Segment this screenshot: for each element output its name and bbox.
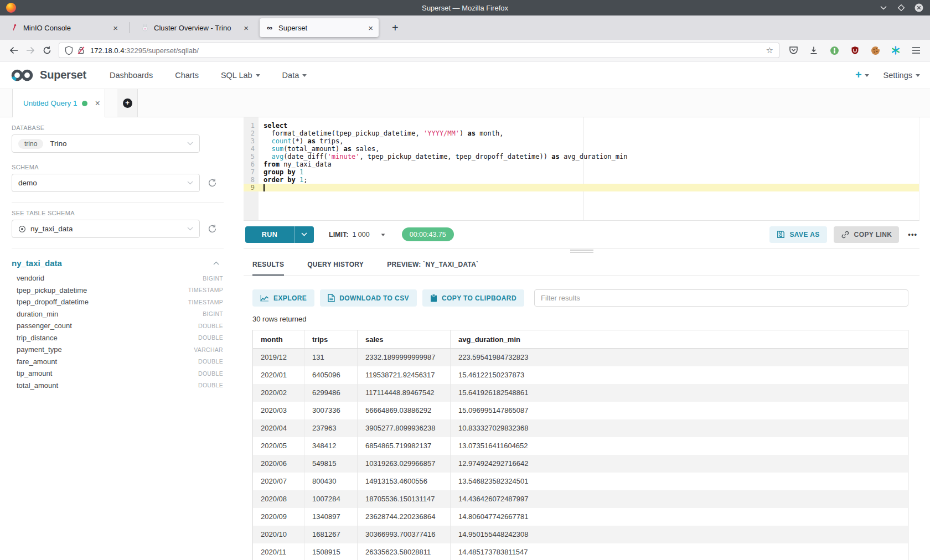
results-pane: RESULTS QUERY HISTORY PREVIEW: `NY_TAXI_…: [244, 254, 919, 560]
sql-editor[interactable]: 123456789 select format_datetime(tpep_pi…: [244, 117, 919, 221]
pane-resize-handle[interactable]: [244, 248, 919, 254]
table-select[interactable]: ny_taxi_data: [12, 220, 200, 238]
table-cell: 549815: [304, 455, 358, 473]
close-button[interactable]: [914, 3, 923, 12]
browser-toolbar: 172.18.0.4:32295/superset/sqllab/ ☆: [0, 40, 930, 61]
nav-data[interactable]: Data: [282, 71, 307, 80]
table-cell: 6854865.719982137: [358, 437, 451, 455]
eye-icon: [18, 225, 26, 233]
drag-handle-icon[interactable]: [570, 250, 593, 253]
superset-logo[interactable]: Superset: [10, 68, 86, 82]
table-columns-list: vendoridBIGINTtpep_pickup_datetimeTIMEST…: [12, 272, 224, 391]
query-tab[interactable]: Untitled Query 1 ×: [12, 89, 105, 117]
chevron-down-icon: [381, 234, 385, 236]
table-row: 2020/10168126730366993.70037741614.95015…: [253, 526, 908, 543]
add-new-button[interactable]: +: [855, 69, 869, 81]
schema-select[interactable]: demo: [12, 174, 200, 192]
ublock-extension-icon[interactable]: [846, 43, 863, 58]
copy-clipboard-button[interactable]: COPY TO CLIPBOARD: [422, 289, 524, 307]
column-header[interactable]: sales: [358, 330, 451, 349]
refresh-tables-icon[interactable]: [208, 224, 217, 234]
tab-close-icon[interactable]: ×: [368, 24, 373, 32]
gutter-line-number: 3: [244, 137, 255, 145]
tracking-shield-icon[interactable]: [65, 46, 73, 55]
browser-tab-trino[interactable]: Cluster Overview - Trino ×: [135, 18, 254, 37]
tab-query-history[interactable]: QUERY HISTORY: [307, 261, 364, 276]
nav-charts[interactable]: Charts: [175, 71, 199, 80]
text-cursor: [264, 184, 265, 191]
table-row: 2020/08100728418705536.15013114714.43642…: [253, 490, 908, 508]
table-cell: 2019/12: [253, 349, 304, 366]
browser-tab-superset[interactable]: ∞ Superset ×: [260, 18, 379, 37]
line-chart-icon: [260, 294, 269, 302]
tab-preview[interactable]: PREVIEW: `NY_TAXI_DATA`: [387, 261, 478, 276]
chevron-down-icon: [256, 74, 260, 77]
nav-dashboards[interactable]: Dashboards: [110, 71, 153, 80]
reload-button[interactable]: [39, 43, 55, 58]
column-header[interactable]: trips: [304, 330, 358, 349]
editor-code[interactable]: select format_datetime(tpep_pickup_datet…: [259, 117, 919, 220]
url-bar[interactable]: 172.18.0.4:32295/superset/sqllab/ ☆: [59, 43, 779, 58]
nav-sql-lab[interactable]: SQL Lab: [221, 71, 260, 80]
code-line: [259, 184, 919, 191]
cookie-extension-icon[interactable]: [867, 43, 884, 58]
add-query-tab[interactable]: +: [117, 89, 138, 117]
table-row: 2020/053484126854865.71998213713.0735164…: [253, 437, 908, 455]
table-cell: 15.096995147865087: [451, 402, 908, 419]
refresh-schemas-icon[interactable]: [208, 178, 217, 188]
save-as-button[interactable]: SAVE AS: [769, 226, 826, 243]
gutter-line-number: 9: [244, 184, 259, 191]
database-select[interactable]: trino Trino: [12, 134, 200, 153]
bookmark-star-icon[interactable]: ☆: [766, 45, 773, 55]
plus-circle-icon[interactable]: +: [123, 98, 132, 108]
explore-button[interactable]: EXPLORE: [252, 289, 314, 307]
column-header[interactable]: month: [253, 330, 304, 349]
tab-close-icon[interactable]: ×: [113, 24, 118, 32]
menu-hamburger-icon[interactable]: [908, 43, 924, 58]
tab-results[interactable]: RESULTS: [252, 261, 284, 276]
table-cell: 6405096: [304, 366, 358, 384]
more-options-button[interactable]: •••: [908, 230, 917, 238]
table-cell: 30366993.700377416: [358, 526, 451, 543]
new-tab-button[interactable]: +: [388, 22, 403, 34]
gutter-line-number: 5: [244, 153, 255, 160]
filter-results-input[interactable]: [534, 289, 908, 307]
results-tbody: 2019/121312332.1899999999987223.59541984…: [253, 349, 908, 560]
forward-button[interactable]: [22, 43, 39, 58]
table-column-row: payment_typeVARCHAR: [17, 344, 224, 356]
chevron-down-icon: [916, 74, 920, 77]
table-cell: 2020/10: [253, 526, 304, 543]
run-options-caret[interactable]: [294, 226, 314, 243]
extension-asterisk-icon[interactable]: [887, 43, 904, 58]
limit-control[interactable]: LIMIT: 1 000: [329, 231, 385, 238]
settings-menu[interactable]: Settings: [884, 71, 920, 80]
column-header[interactable]: avg_duration_min: [451, 330, 908, 349]
results-table: monthtripssalesavg_duration_min 2019/121…: [252, 330, 908, 560]
minimize-button[interactable]: [879, 3, 888, 12]
table-row: 2020/03300733656664869.0388629215.096995…: [253, 402, 908, 419]
download-csv-button[interactable]: DOWNLOAD TO CSV: [320, 289, 417, 307]
query-tab-close-icon[interactable]: ×: [95, 99, 100, 108]
pocket-icon[interactable]: [785, 43, 802, 58]
superset-infinity-icon: [10, 68, 35, 82]
run-button[interactable]: RUN: [245, 226, 294, 243]
superset-favicon-icon: ∞: [265, 23, 274, 32]
back-button[interactable]: [6, 43, 22, 58]
privacy-extension-icon[interactable]: [826, 43, 843, 58]
superset-navbar: Superset Dashboards Charts SQL Lab Data …: [0, 61, 930, 89]
insecure-lock-icon[interactable]: [77, 46, 85, 55]
maximize-button[interactable]: [897, 3, 906, 12]
copy-link-button[interactable]: COPY LINK: [834, 226, 900, 243]
tab-close-icon[interactable]: ×: [244, 24, 249, 32]
table-cell: 14.806047742667781: [451, 508, 908, 526]
browser-tab-minio[interactable]: MinIO Console ×: [4, 18, 123, 37]
table-cell: 348412: [304, 437, 358, 455]
code-line: format_datetime(tpep_pickup_datetime, 'Y…: [259, 129, 919, 137]
downloads-icon[interactable]: [805, 43, 822, 58]
table-cell: 2332.1899999999987: [358, 349, 451, 366]
table-column-row: passenger_countDOUBLE: [17, 320, 224, 332]
table-schema-title[interactable]: ny_taxi_data: [12, 258, 62, 268]
trino-favicon-icon: [141, 23, 149, 32]
collapse-chevron-up-icon[interactable]: [213, 261, 219, 265]
chevron-down-icon: [187, 227, 193, 231]
